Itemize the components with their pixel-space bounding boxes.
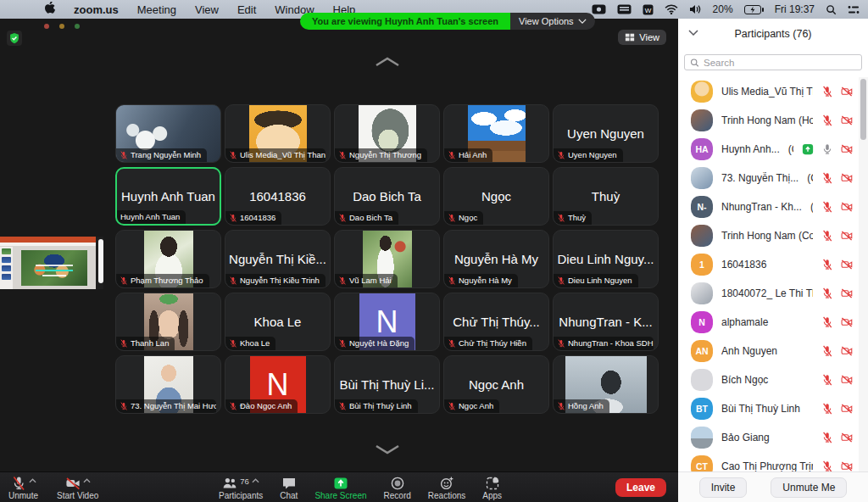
menubar-clock[interactable]: Fri 19:37	[775, 3, 815, 15]
view-options-button[interactable]: View Options	[510, 13, 595, 30]
menu-meeting[interactable]: Meeting	[137, 3, 176, 16]
video-tile-uyen-nguyen[interactable]: Uyen Nguyen Uyen Nguyen	[553, 104, 659, 163]
video-tile-nguyen-ha-my[interactable]: Nguyễn Hà My Nguyễn Hà My	[443, 230, 549, 288]
participant-row[interactable]: N- NhungTran - Kh... (Co-host)	[678, 192, 868, 221]
video-tile-pham-thuong-thao[interactable]: Phạm Thương Thảo	[115, 230, 221, 288]
participants-button[interactable]: 76 Participants	[219, 472, 263, 502]
view-layout-button[interactable]: View	[618, 30, 666, 45]
spotlight-icon[interactable]	[826, 4, 837, 15]
zoom-window-icon[interactable]	[75, 24, 80, 29]
invite-button[interactable]: Invite	[699, 477, 748, 498]
chat-button[interactable]: Chat	[280, 472, 298, 502]
participant-row[interactable]: CT Cao Thị Phượng Trịnh	[678, 452, 868, 471]
participant-row[interactable]: Trinh Hong Nam (Co-host)	[678, 221, 868, 250]
volume-icon[interactable]	[689, 4, 702, 14]
tile-name-label: Chử Thị Thúy Hiền	[444, 337, 532, 350]
preview-scrollbar[interactable]	[98, 239, 103, 283]
video-tile-nguyen-thi-thuong[interactable]: Nguyễn Thị Thương	[334, 104, 440, 163]
unmute-me-button[interactable]: Unmute Me	[771, 477, 847, 498]
participants-scrollbar-track[interactable]	[859, 77, 868, 471]
menubar-app-name[interactable]: zoom.us	[74, 3, 119, 16]
video-tile-chu-thi-thuy-hien[interactable]: Chử Thị Thúy... Chử Thị Thúy Hiền	[443, 293, 549, 351]
apple-menu-icon[interactable]	[44, 2, 55, 17]
chevron-up-icon[interactable]	[252, 478, 259, 483]
control-center-icon[interactable]	[848, 5, 860, 14]
video-tile-ulis-media[interactable]: Ulis Media_Vũ Thị Thanh...	[225, 104, 331, 163]
avatar	[691, 81, 713, 103]
participant-row[interactable]: 73. Nguyễn Thị... (Co-host)	[678, 164, 868, 192]
menu-view[interactable]: View	[195, 3, 219, 16]
chevron-up-icon[interactable]	[83, 478, 91, 483]
mic-muted-icon	[821, 172, 833, 184]
avatar: AN	[691, 340, 713, 362]
mic-muted-icon	[229, 151, 237, 159]
close-window-icon[interactable]	[44, 24, 49, 29]
mic-muted-icon	[338, 276, 347, 285]
video-tile-thuy[interactable]: Thuỳ Thuỳ	[553, 167, 659, 226]
mic-muted-icon	[821, 374, 833, 386]
avatar: CT	[691, 455, 713, 471]
battery-icon[interactable]	[744, 5, 764, 14]
minimize-window-icon[interactable]	[59, 24, 64, 29]
participant-row-sharing[interactable]: HA Huynh Anh... (Co-host)	[678, 135, 868, 164]
video-tile-dieu-linh-nguyen[interactable]: Dieu Linh Nguy... Dieu Linh Nguyen	[553, 230, 659, 288]
camera-off-icon	[65, 476, 81, 491]
video-tile-dao-bich-ta[interactable]: Dao Bich Ta Dao Bich Ta	[334, 167, 440, 226]
video-tile-vu-lam-hai[interactable]: Vũ Lam Hải	[334, 230, 440, 288]
panel-collapse-chevron-icon[interactable]	[688, 30, 698, 36]
participant-row[interactable]: 1 16041836	[678, 250, 868, 279]
zoom-meeting-screen: zoom.us Meeting View Edit Window Help W	[0, 0, 868, 502]
participant-row[interactable]: AN Anh Nguyen	[678, 337, 868, 365]
participant-search-box[interactable]	[684, 54, 862, 70]
video-tile-hai-anh[interactable]: Hải Anh	[443, 104, 549, 163]
video-tile-ngoc-anh[interactable]: Ngọc Anh Ngọc Anh	[443, 355, 549, 414]
avatar: N-	[691, 196, 713, 218]
reactions-icon	[439, 476, 454, 491]
participants-icon	[222, 476, 237, 491]
apps-button[interactable]: Apps	[482, 472, 502, 502]
leave-button[interactable]: Leave	[615, 478, 666, 497]
input-source-icon[interactable]: W	[643, 4, 654, 15]
video-tile-khoa-le[interactable]: Khoa Le Khoa Le	[225, 293, 331, 351]
screen-share-preview[interactable]	[0, 237, 103, 289]
menu-edit[interactable]: Edit	[237, 3, 256, 16]
participant-row-host[interactable]: Trinh Hong Nam (Host)	[678, 106, 868, 135]
gallery-page-up-chevron[interactable]	[374, 56, 401, 68]
video-tile-16041836[interactable]: 16041836 16041836	[225, 167, 331, 226]
video-tile-nhungtran-khoa-sdh[interactable]: NhungTran - K... NhungTran - Khoa SDH	[553, 293, 659, 351]
participant-row[interactable]: N alphamale	[678, 308, 868, 337]
video-tile-nguyen-thi-mai-huong[interactable]: 73. Nguyễn Thị Mai Hươ...	[115, 355, 221, 414]
chevron-up-icon[interactable]	[29, 478, 36, 483]
record-button[interactable]: Record	[384, 472, 411, 502]
video-tile-trang-nguyen-minh[interactable]: Trang Nguyễn Minh	[115, 104, 221, 163]
participants-count: 76	[240, 477, 249, 486]
tile-name-label: Nguyễn Hà My	[444, 274, 518, 287]
share-screen-button[interactable]: Share Screen	[314, 472, 366, 502]
video-tile-nguyet-ha-dang[interactable]: N Nguyệt Hà Đặng	[334, 293, 440, 351]
participants-scrollbar-thumb[interactable]	[860, 79, 866, 140]
unmute-button[interactable]: Unmute	[8, 472, 38, 502]
participant-row[interactable]: 18040072_ Le Thi Thu	[678, 279, 868, 308]
keyboard-icon[interactable]	[617, 4, 632, 14]
video-tile-bui-thi-thuy-linh[interactable]: Bùi Thị Thuỳ Li... Bùi Thị Thuỳ Linh	[334, 355, 440, 414]
wifi-icon[interactable]	[665, 4, 678, 14]
reactions-button[interactable]: Reactions	[428, 472, 465, 502]
mic-muted-icon	[338, 402, 347, 410]
start-video-button[interactable]: Start Video	[57, 472, 98, 502]
window-controls[interactable]	[44, 24, 80, 29]
video-tile-hong-anh[interactable]: Hồng Anh	[553, 355, 659, 414]
video-tile-ngoc[interactable]: Ngọc Ngọc	[443, 167, 549, 226]
video-tile-huynh-anh-tuan[interactable]: Huynh Anh Tuan Huynh Anh Tuan	[115, 167, 221, 226]
camera-off-icon	[841, 230, 853, 242]
gallery-page-down-chevron[interactable]	[374, 443, 401, 455]
participant-row[interactable]: BT Bùi Thị Thuỳ Linh	[678, 394, 868, 423]
participant-row[interactable]: Bảo Giang	[678, 423, 868, 452]
search-input[interactable]	[704, 58, 856, 68]
participant-row-me[interactable]: Ulis Media_Vũ Thị Tha... (me)	[678, 77, 868, 106]
participant-row[interactable]: Bích Ngọc	[678, 365, 868, 394]
screen-sharing-icon	[802, 143, 814, 155]
video-tile-thanh-lan[interactable]: Thanh Lan	[115, 293, 221, 351]
meeting-security-shield[interactable]	[7, 31, 22, 46]
video-tile-nguyen-thi-kieu-trinh[interactable]: Nguyễn Thị Kiề... Nguyễn Thị Kiều Trinh	[225, 230, 331, 288]
video-tile-dao-ngoc-anh[interactable]: N Đào Ngọc Anh	[225, 355, 331, 414]
